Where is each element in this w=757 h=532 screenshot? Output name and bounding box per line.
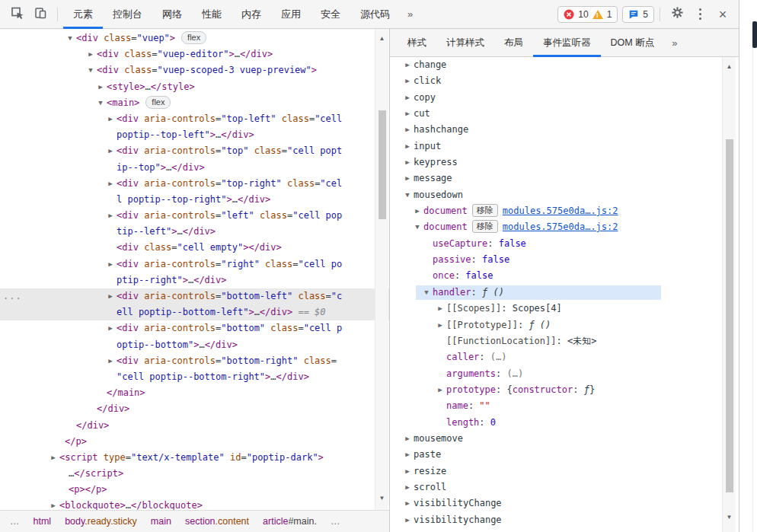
breadcrumb-item-2[interactable]: body.ready.sticky	[58, 516, 144, 527]
listener-row[interactable]: ▶copy	[390, 90, 739, 106]
tree-row[interactable]: poptip--top-left">…</div>	[0, 127, 389, 143]
tree-row[interactable]: ...▶<div aria-controls="bottom-left" cla…	[0, 288, 389, 304]
tree-row[interactable]: ▶<script type="text/x-template" id="popt…	[0, 450, 389, 466]
source-link[interactable]: modules.575e0da….js:2	[503, 221, 618, 232]
tree-row[interactable]: ▶<div aria-controls="top-right" class="c…	[0, 176, 389, 192]
device-toolbar-button[interactable]	[29, 4, 52, 25]
tree-row[interactable]: </p>	[0, 434, 389, 450]
tree-row[interactable]: ▶<div aria-controls="top-left" class="ce…	[0, 111, 389, 127]
listener-row[interactable]: ▶scroll	[390, 479, 739, 495]
listener-row[interactable]: ▶document移除modules.575e0da….js:2	[390, 203, 739, 219]
remove-listener-button[interactable]: 移除	[472, 204, 498, 217]
more-sidebar-tabs-button[interactable]: »	[664, 37, 685, 49]
listener-row[interactable]: once: false	[390, 268, 739, 284]
panel-tab-4[interactable]: 内存	[232, 0, 271, 29]
tree-row[interactable]: ▶<div aria-controls="top" class="cell po…	[0, 143, 389, 159]
breadcrumb-item-6[interactable]: …	[324, 516, 347, 527]
tree-row[interactable]: <p></p>	[0, 482, 389, 498]
listener-row[interactable]: [[FunctionLocation]]: <未知>	[390, 333, 739, 349]
more-options-button[interactable]	[688, 4, 711, 25]
settings-button[interactable]	[666, 4, 688, 25]
listener-row[interactable]: ▶paste	[390, 447, 739, 463]
listener-row[interactable]: ▶input	[390, 139, 739, 155]
scrollbar-thumb[interactable]	[726, 139, 733, 492]
listener-row[interactable]: arguments: (…)	[390, 366, 739, 382]
tree-row[interactable]: ▶<div aria-controls="left" class="cell p…	[0, 208, 389, 224]
tree-row[interactable]: "cell poptip--bottom-right">…</div>	[0, 369, 389, 385]
panel-tab-3[interactable]: 性能	[192, 0, 232, 29]
listener-row[interactable]: passive: false	[390, 252, 739, 268]
sidebar-tab-4[interactable]: DOM 断点	[601, 29, 665, 57]
listener-row[interactable]: ▶cut	[390, 106, 739, 122]
tree-row[interactable]: ▶<blockquote>…</blockquote>	[0, 498, 389, 510]
listener-row[interactable]: ▶[[Scopes]]: Scopes[4]	[390, 301, 739, 317]
scroll-up-icon[interactable]: ▲	[375, 35, 388, 42]
tree-row[interactable]: …</script>	[0, 466, 389, 482]
tree-row[interactable]: ▶<div class="vuep-editor">…</div>	[0, 46, 389, 62]
tree-row[interactable]: tip--left">…</div>	[0, 224, 389, 240]
breadcrumb-item-0[interactable]: …	[3, 516, 27, 527]
tree-row[interactable]: ▶<div aria-controls="bottom-right" class…	[0, 353, 389, 369]
panel-tab-1[interactable]: 控制台	[103, 0, 152, 29]
listener-row[interactable]: ▶change	[390, 57, 739, 73]
inspect-button[interactable]	[6, 4, 29, 25]
listener-row[interactable]: ▼document移除modules.575e0da….js:2	[390, 219, 739, 235]
listener-row[interactable]: useCapture: false	[390, 236, 739, 252]
sidebar-tab-0[interactable]: 样式	[398, 29, 436, 57]
sidebar-tab-3[interactable]: 事件监听器	[533, 29, 601, 57]
breadcrumb-item-1[interactable]: html	[27, 516, 59, 527]
listener-row[interactable]: ▶hashchange	[390, 122, 739, 138]
listener-row[interactable]: name: ""	[390, 398, 739, 414]
scroll-up-icon[interactable]: ▲	[723, 63, 736, 70]
listener-row[interactable]: ▶keypress	[390, 155, 739, 170]
issues-badge[interactable]: 5	[622, 6, 654, 23]
listener-row[interactable]: ▶resize	[390, 464, 739, 479]
close-devtools-button[interactable]: ×	[711, 4, 734, 25]
sidebar-tab-2[interactable]: 布局	[494, 29, 533, 57]
panel-tab-2[interactable]: 网络	[152, 0, 192, 29]
tree-row[interactable]: ip--top">…</div>	[0, 160, 389, 176]
tree-row[interactable]: ▼<div class="vuep">flex	[0, 30, 389, 46]
tree-row[interactable]: </div>	[0, 418, 389, 434]
tree-row[interactable]: ptip--right">…</div>	[0, 272, 389, 288]
tree-row[interactable]: ▼<div class="vuep-scoped-3 vuep-preview"…	[0, 62, 389, 78]
tree-row[interactable]: l poptip--top-right">…</div>	[0, 192, 389, 208]
breadcrumb-item-5[interactable]: article#main.	[256, 516, 324, 527]
listener-row[interactable]: ▶visibilityChange	[390, 495, 739, 511]
scroll-down-icon[interactable]: ▼	[375, 495, 388, 502]
elements-scrollbar[interactable]: ▲ ▼	[375, 29, 388, 510]
tree-row[interactable]: ▶<div aria-controls="bottom" class="cell…	[0, 320, 389, 336]
panel-tab-5[interactable]: 应用	[271, 0, 311, 29]
tree-row[interactable]: <div class="cell empty"></div>	[0, 240, 389, 256]
remove-listener-button[interactable]: 移除	[472, 220, 498, 233]
tree-row[interactable]: ▶<div aria-controls="right" class="cell …	[0, 256, 389, 272]
scrollbar-thumb[interactable]	[378, 110, 386, 219]
more-panels-button[interactable]: »	[400, 8, 420, 20]
flex-badge[interactable]: flex	[181, 31, 206, 44]
scroll-down-icon[interactable]: ▼	[723, 514, 736, 521]
tree-row[interactable]: </main>	[0, 385, 389, 401]
listener-row[interactable]: ▶visibilitychange	[390, 512, 739, 528]
listener-row[interactable]: ▶mousemove	[390, 431, 739, 447]
page-scrollbar-thumb[interactable]	[752, 21, 757, 48]
listener-row[interactable]: caller: (…)	[390, 349, 739, 365]
listener-row[interactable]: ▶prototype: {constructor: ƒ}	[390, 382, 739, 398]
listener-row[interactable]: ▶message	[390, 170, 739, 186]
listener-row[interactable]: length: 0	[390, 415, 739, 431]
sidebar-tab-1[interactable]: 计算样式	[436, 29, 494, 57]
listener-row[interactable]: ▼handler: ƒ ()	[390, 285, 739, 301]
tree-row[interactable]: ▼<main>flex	[0, 95, 389, 111]
panel-tab-6[interactable]: 安全	[311, 0, 350, 29]
panel-tab-7[interactable]: 源代码	[350, 0, 400, 29]
breadcrumb-item-3[interactable]: main	[144, 516, 178, 527]
flex-badge[interactable]: flex	[145, 96, 171, 109]
errors-warnings-badge[interactable]: 10 1	[557, 6, 618, 23]
panel-tab-0[interactable]: 元素	[63, 0, 103, 29]
listener-row[interactable]: ▶click	[390, 73, 739, 89]
tree-row[interactable]: ▶<style>…</style>	[0, 79, 389, 95]
listener-row[interactable]: ▶[[Prototype]]: ƒ ()	[390, 317, 739, 333]
tree-row[interactable]: optip--bottom">…</div>	[0, 337, 389, 353]
source-link[interactable]: modules.575e0da….js:2	[503, 205, 618, 216]
tree-row[interactable]: </div>	[0, 401, 389, 417]
breadcrumb-item-4[interactable]: section.content	[178, 516, 256, 527]
